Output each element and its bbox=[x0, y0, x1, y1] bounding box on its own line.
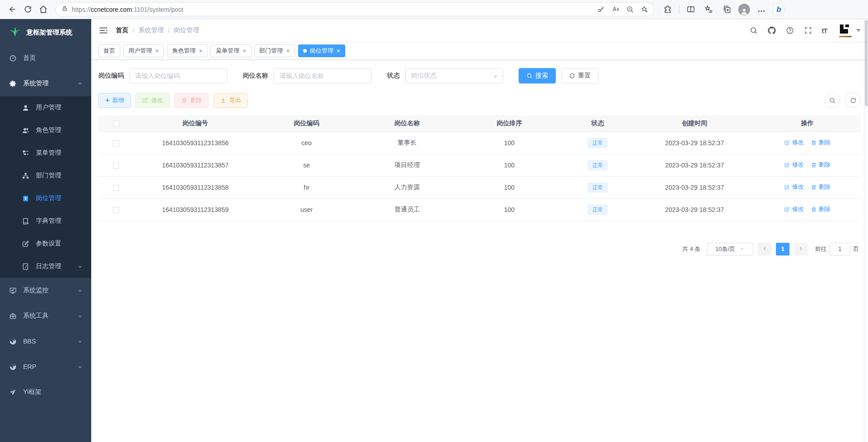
sidebar-item-home[interactable]: 首页 bbox=[0, 45, 91, 71]
cell-post-id: 1641030593112313856 bbox=[133, 132, 257, 154]
search-button[interactable]: 搜索 bbox=[519, 68, 556, 83]
goto-page-input[interactable] bbox=[829, 243, 850, 255]
tab-post-manage-active[interactable]: 岗位管理× bbox=[298, 44, 345, 57]
sidebar-item-post-manage[interactable]: 岗位管理 bbox=[0, 187, 91, 210]
tab-role-manage[interactable]: 角色管理× bbox=[167, 44, 207, 57]
user-profile-dropdown[interactable] bbox=[838, 24, 861, 37]
col-post-id: 岗位编号 bbox=[133, 115, 257, 132]
split-screen-icon[interactable] bbox=[684, 2, 697, 17]
row-delete-link[interactable]: 删除 bbox=[811, 138, 830, 147]
post-name-label: 岗位名称 bbox=[243, 72, 268, 80]
sidebar-item-bbs[interactable]: BBS bbox=[0, 329, 91, 354]
collections-icon[interactable] bbox=[720, 2, 734, 17]
browser-actions: … b bbox=[661, 2, 785, 17]
breadcrumb-home[interactable]: 首页 bbox=[116, 26, 128, 34]
breadcrumb: 首页 / 系统管理 / 岗位管理 bbox=[116, 26, 199, 34]
extensions-icon[interactable] bbox=[661, 2, 674, 17]
chevron-down-icon bbox=[77, 313, 83, 319]
sidebar-item-system-manage[interactable]: 系统管理 bbox=[0, 71, 91, 96]
tab-close-icon[interactable]: × bbox=[199, 48, 202, 54]
help-question-icon[interactable] bbox=[785, 26, 794, 35]
tab-close-icon[interactable]: × bbox=[337, 48, 340, 54]
tab-dept-manage[interactable]: 部门管理× bbox=[255, 44, 295, 57]
tab-home[interactable]: 首页 bbox=[98, 44, 120, 57]
sidebar-item-system-monitor[interactable]: 系统监控 bbox=[0, 278, 91, 303]
zoom-out-icon[interactable] bbox=[623, 4, 637, 15]
sidebar-item-label: 岗位管理 bbox=[36, 194, 83, 202]
col-status: 状态 bbox=[560, 115, 635, 132]
row-checkbox[interactable] bbox=[113, 162, 119, 169]
sidebar-item-dict-manage[interactable]: 字典管理 bbox=[0, 210, 91, 232]
browser-back-button[interactable] bbox=[5, 2, 20, 17]
url-host: ccnetcore.com bbox=[91, 6, 132, 13]
sidebar-item-param-settings[interactable]: 参数设置 bbox=[0, 232, 91, 255]
fullscreen-icon[interactable] bbox=[804, 26, 813, 35]
address-bar[interactable]: https://ccnetcore.com:1101/system/post bbox=[55, 2, 654, 16]
copilot-bing-icon[interactable]: b bbox=[773, 3, 785, 15]
sidebar-item-yi-framework[interactable]: Yi框架 bbox=[0, 379, 91, 405]
post-badge-icon bbox=[22, 195, 29, 202]
tab-close-icon[interactable]: × bbox=[155, 48, 159, 54]
sidebar-item-role-manage[interactable]: 角色管理 bbox=[0, 119, 91, 142]
row-checkbox[interactable] bbox=[113, 185, 119, 191]
sidebar-item-log-manage[interactable]: 日志管理 bbox=[0, 255, 91, 278]
post-code-input[interactable] bbox=[129, 68, 227, 83]
breadcrumb-post-manage[interactable]: 岗位管理 bbox=[174, 26, 199, 34]
browser-menu-icon[interactable]: … bbox=[755, 2, 768, 17]
delete-button-disabled[interactable]: 删除 bbox=[174, 93, 209, 108]
tab-close-icon[interactable]: × bbox=[286, 48, 290, 54]
row-delete-link[interactable]: 删除 bbox=[811, 183, 830, 191]
export-button[interactable]: 导出 bbox=[213, 93, 248, 108]
sidebar-item-erp[interactable]: ERP bbox=[0, 354, 91, 379]
tab-user-manage[interactable]: 用户管理× bbox=[123, 44, 164, 57]
row-checkbox[interactable] bbox=[113, 140, 119, 147]
row-delete-link[interactable]: 删除 bbox=[811, 161, 830, 169]
add-favorite-icon[interactable] bbox=[638, 4, 651, 15]
browser-refresh-button[interactable] bbox=[20, 2, 35, 17]
app-logo-row[interactable]: 意框架管理系统 bbox=[0, 19, 91, 45]
browser-profile-avatar[interactable] bbox=[738, 4, 750, 15]
prev-page-button[interactable] bbox=[758, 243, 771, 255]
add-button[interactable]: +新增 bbox=[98, 93, 131, 108]
header-search-icon[interactable] bbox=[749, 26, 758, 35]
lock-icon[interactable] bbox=[61, 5, 68, 14]
cell-post-id: 1641030593112313859 bbox=[133, 198, 257, 221]
edit-button-disabled[interactable]: 修改 bbox=[135, 93, 170, 108]
show-search-toggle-button[interactable] bbox=[824, 93, 840, 108]
row-edit-link[interactable]: 修改 bbox=[784, 161, 804, 169]
read-aloud-icon[interactable] bbox=[608, 4, 622, 15]
tab-menu-manage[interactable]: 菜单管理× bbox=[211, 44, 251, 57]
browser-home-button[interactable] bbox=[35, 2, 51, 17]
col-actions: 操作 bbox=[754, 115, 861, 132]
status-select[interactable]: 岗位状态 bbox=[405, 68, 503, 83]
cell-post-sort: 100 bbox=[458, 198, 560, 221]
sidebar-item-dept-manage[interactable]: 部门管理 bbox=[0, 164, 91, 187]
text-size-icon[interactable]: tT bbox=[822, 27, 827, 34]
sidebar-item-user-manage[interactable]: 用户管理 bbox=[0, 96, 91, 119]
row-edit-link[interactable]: 修改 bbox=[784, 138, 804, 147]
table-toolbar: +新增 修改 删除 导出 bbox=[98, 93, 861, 108]
tab-close-icon[interactable]: × bbox=[242, 48, 246, 54]
row-delete-link[interactable]: 删除 bbox=[811, 205, 830, 213]
password-key-icon[interactable] bbox=[594, 4, 608, 15]
sidebar-item-menu-manage[interactable]: 菜单管理 bbox=[0, 142, 91, 164]
sidebar-item-label: 首页 bbox=[23, 54, 83, 62]
sidebar-toggle-hamburger-icon[interactable] bbox=[98, 25, 108, 35]
row-edit-link[interactable]: 修改 bbox=[784, 183, 804, 191]
row-checkbox[interactable] bbox=[113, 207, 119, 213]
reset-button[interactable]: 重置 bbox=[561, 68, 598, 83]
breadcrumb-system-manage[interactable]: 系统管理 bbox=[138, 26, 164, 34]
globe-icon bbox=[9, 363, 17, 371]
page-size-select[interactable]: 10条/页 bbox=[707, 243, 753, 255]
select-all-checkbox[interactable] bbox=[113, 121, 119, 127]
github-icon[interactable] bbox=[767, 26, 776, 35]
window-scrollbar[interactable] bbox=[864, 19, 868, 442]
row-edit-link[interactable]: 修改 bbox=[784, 205, 804, 213]
refresh-table-button[interactable] bbox=[845, 93, 861, 108]
favorites-icon[interactable] bbox=[702, 2, 716, 17]
org-tree-icon bbox=[22, 172, 29, 180]
sidebar-item-system-tools[interactable]: 系统工具 bbox=[0, 303, 91, 329]
post-name-input[interactable] bbox=[274, 68, 372, 83]
current-page-button[interactable]: 1 bbox=[776, 243, 790, 255]
next-page-button[interactable] bbox=[794, 243, 808, 255]
